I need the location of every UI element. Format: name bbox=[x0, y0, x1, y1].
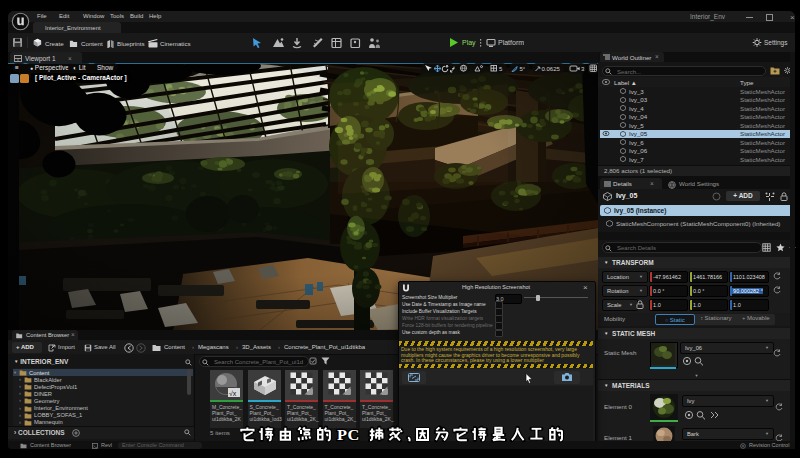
svg-text:5°: 5° bbox=[520, 66, 526, 72]
svg-text:PC: PC bbox=[337, 427, 360, 444]
svg-text:Play: Play bbox=[462, 39, 476, 47]
svg-text:Settings: Settings bbox=[764, 39, 788, 47]
svg-text:√x: √x bbox=[229, 390, 237, 397]
svg-text:Platforms: Platforms bbox=[498, 39, 524, 46]
svg-text:0.0625: 0.0625 bbox=[542, 66, 561, 72]
